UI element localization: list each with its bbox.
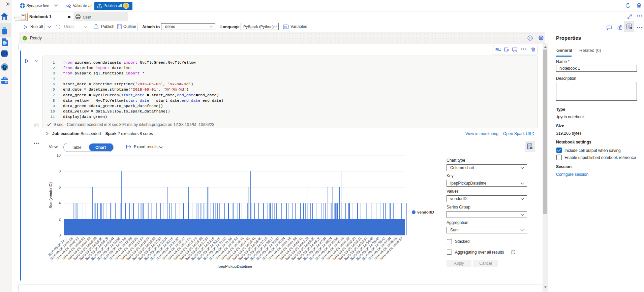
svg-text:IpepPickupDatetime: IpepPickupDatetime (218, 264, 252, 268)
svg-text:4: 4 (59, 201, 61, 205)
svg-text:vendorID: vendorID (417, 210, 434, 214)
svg-text:Sum(vendorID): Sum(vendorID) (49, 182, 53, 208)
svg-text:6: 6 (59, 185, 61, 189)
svg-text:8: 8 (59, 169, 61, 173)
svg-text:0: 0 (59, 233, 61, 237)
svg-text:(x): (x) (284, 26, 287, 28)
svg-text:10: 10 (57, 153, 61, 157)
svg-text:2: 2 (59, 217, 61, 221)
